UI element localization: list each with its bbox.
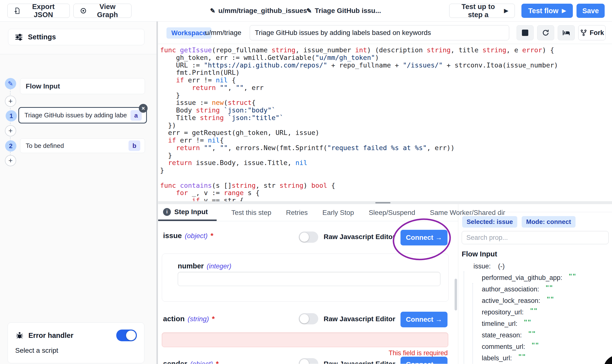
error-handler-toggle[interactable] [116,329,137,341]
form-scrollbar-thumb[interactable] [455,279,457,311]
raw-js-label: Raw Javascript Editor [324,360,395,364]
code-horizontal-scrollbar[interactable] [158,201,612,204]
play-icon: ▶ [562,8,566,14]
flow-summary-input[interactable] [250,25,509,40]
refresh-button[interactable] [537,25,554,40]
toggle-knob [300,359,309,364]
export-json-label: Export JSON [24,3,63,19]
tab-test-this-step[interactable]: Test this step [231,204,271,221]
tab-sleep-suspend[interactable]: Sleep/Suspend [369,204,415,221]
toggle-knob [126,330,136,340]
sleep-button[interactable] [558,25,575,40]
code-lines: func getIssue(repo_fullname string, issu… [158,44,612,204]
tree-prop[interactable]: state_reason:"" [462,329,609,341]
tab-step-input[interactable]: i Step Input [158,204,217,221]
tree-prop[interactable]: author_association:"" [462,284,609,295]
raw-js-label: Raw Javascript Editor [324,233,395,241]
code-line: gh_token, err := wmill.GetVariable("u/mm… [160,54,612,62]
tree-prop[interactable]: labels_url:"" [462,352,609,364]
bug-icon [15,331,24,340]
step-node-2[interactable]: 2 To be defined b [20,138,145,153]
flow-input-node-icon: ✎ [5,78,16,89]
number-input[interactable] [178,272,440,286]
code-line: } [160,92,612,99]
bottom-panel: i Step Input Test this step Retries Earl… [158,204,612,364]
tree-prop[interactable]: repository_url:"" [462,307,609,318]
pencil-icon: ✎ [8,80,13,88]
tree-root-value: (-) [498,262,505,270]
export-icon [14,7,20,14]
test-flow-button[interactable]: Test flow ▶ [521,4,573,18]
step-id-badge: a [130,110,142,120]
breadcrumb-title[interactable]: ✎ Triage GitHub issu... [306,0,381,22]
code-line: URL := "https://api.github.com/repos/" +… [160,62,612,69]
close-icon: × [141,105,145,112]
fork-button[interactable]: Fork [578,25,606,40]
tree-prop[interactable]: comments_url:"" [462,341,609,352]
flow-editor-app: Export JSON View Graph ✎ u/mm/triage_git… [0,0,612,364]
code-line: }) [160,122,612,129]
flow-sidebar: Settings ✎ Flow Input + 1 Triage GitHub … [0,22,158,364]
plus-icon: + [8,97,13,105]
raw-js-toggle-issue[interactable] [299,232,318,243]
code-line: return "", "", errors.New(fmt.Sprintf("r… [160,144,612,152]
settings-button[interactable]: Settings [8,29,144,45]
pencil-icon: ✎ [306,7,312,15]
scrollbar-thumb[interactable] [375,202,390,203]
stop-button[interactable] [516,25,534,40]
test-up-to-step-button[interactable]: Test up to step a ▶ [449,4,515,18]
settings-zone: Settings [0,22,156,54]
tree-guide-line [464,271,464,364]
panel-spacer [458,204,612,212]
add-step-button[interactable]: + [5,155,16,166]
action-input-error[interactable] [162,332,448,347]
connect-button-issue[interactable]: Connect → [401,230,447,246]
breadcrumb-path-label: u/mm/triage_github_issues [218,7,307,15]
save-button[interactable]: Save [576,4,605,18]
workspace-path: u/mm/triage [205,22,241,44]
tree-prop[interactable]: timeline_url:"" [462,318,609,329]
view-graph-button[interactable]: View Graph [73,4,131,18]
view-graph-label: View Graph [90,3,125,19]
step-number-badge: 2 [5,140,16,152]
step-tabs: i Step Input Test this step Retries Earl… [158,204,458,221]
flow-input-node[interactable]: Flow Input [20,78,145,94]
prop-tree: issue: (-) performed_via_github_app:""au… [462,260,609,364]
code-line: Body string `json:"body"` [160,107,612,114]
step-node-1[interactable]: 1 Triage GitHub issues by adding labels … [18,107,147,123]
tree-prop[interactable]: performed_via_github_app:"" [462,272,609,284]
add-step-button[interactable]: + [5,125,16,136]
play-icon: ▶ [504,8,508,14]
plus-icon: + [8,156,13,165]
step-close-button[interactable]: × [139,104,148,113]
field-number-label: number (integer) [178,262,231,270]
tree-prop[interactable]: active_lock_reason:"" [462,295,609,307]
tab-retries[interactable]: Retries [286,204,308,221]
add-step-button[interactable]: + [5,96,16,107]
export-json-button[interactable]: Export JSON [7,4,70,18]
flow-input-label: Flow Input [26,82,60,90]
error-handler-card: Error handler Select a script [8,323,144,363]
flow-graph: ✎ Flow Input + 1 Triage GitHub issues by… [0,54,156,364]
connect-button-sender[interactable]: Connect → [401,357,447,364]
raw-js-toggle-action[interactable] [299,313,318,325]
test-flow-label: Test flow [528,7,559,15]
workspace-badge: Workspace [167,27,211,39]
tab-early-stop[interactable]: Early Stop [322,204,354,221]
tree-root-issue[interactable]: issue: (-) [462,260,609,272]
git-fork-icon [580,29,587,36]
breadcrumb-path[interactable]: ✎ u/mm/triage_github_issues [210,0,307,22]
raw-js-toggle-sender[interactable] [299,358,318,364]
error-handler-select-script[interactable]: Select a script [15,347,137,354]
flow-input-tree-title: Flow Input [462,250,609,258]
eye-icon [80,7,87,14]
breadcrumb-title-label: Triage GitHub issu... [315,7,381,15]
code-line: err = getRequest(gh_token, URL, issue) [160,129,612,137]
step-config-panel: i Step Input Test this step Retries Earl… [158,204,458,364]
search-prop-input[interactable] [462,231,609,244]
code-line: for _, v := range s { [160,189,612,197]
code-editor[interactable]: func getIssue(repo_fullname string, issu… [158,44,612,204]
code-line [160,174,612,182]
connect-button-action[interactable]: Connect → [401,312,447,327]
step-number-badge: 1 [6,110,17,121]
